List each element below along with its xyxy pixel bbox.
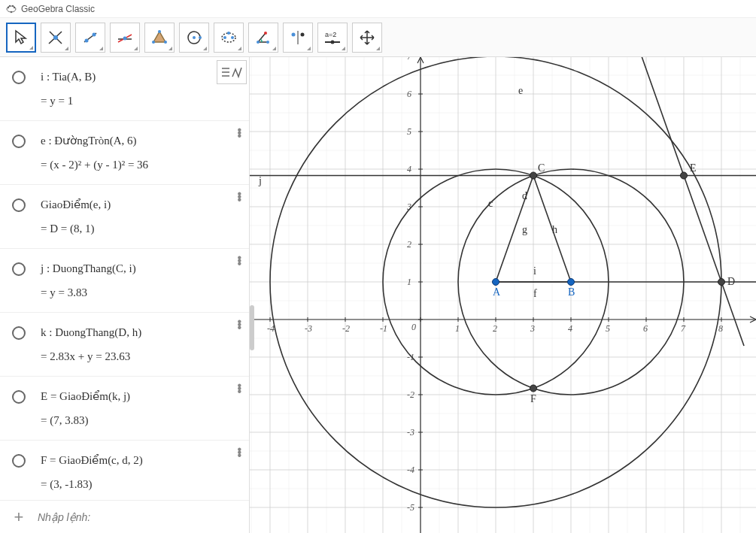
svg-point-5 (12, 5, 14, 6)
svg-point-8 (53, 35, 58, 40)
item-menu-icon[interactable]: ••• (237, 192, 241, 201)
svg-point-20 (199, 36, 202, 39)
svg-point-3 (11, 11, 12, 12)
command-input[interactable] (38, 511, 249, 523)
svg-text:-1: -1 (380, 323, 387, 334)
svg-text:4: 4 (568, 323, 572, 334)
algebra-item[interactable]: k : DuongThang(D, h)= 2.83x + y = 23.63 … (0, 313, 249, 377)
svg-text:E: E (690, 162, 697, 174)
visibility-toggle[interactable] (12, 326, 26, 340)
visibility-toggle[interactable] (12, 390, 26, 404)
svg-point-194 (681, 172, 688, 179)
svg-point-2 (14, 6, 15, 8)
svg-point-33 (331, 40, 335, 44)
visibility-toggle[interactable] (12, 71, 26, 84)
angle-tool[interactable] (248, 23, 278, 53)
algebra-list[interactable]: i : Tia(A, B)= y = 1 e : ĐườngTròn(A, 6)… (0, 57, 249, 500)
svg-text:B: B (568, 286, 575, 298)
svg-point-10 (85, 38, 89, 42)
algebra-item[interactable]: GiaoĐiểm(e, i)= D = (8, 1) ••• (0, 185, 249, 249)
svg-point-16 (164, 41, 167, 44)
svg-text:j: j (258, 175, 262, 186)
svg-text:0: 0 (411, 322, 416, 332)
svg-text:C: C (538, 162, 545, 174)
add-input-icon[interactable]: + (0, 507, 38, 527)
app-title: GeoGebra Classic (21, 4, 95, 14)
visibility-toggle[interactable] (12, 135, 26, 148)
svg-text:-5: -5 (407, 502, 414, 513)
pan-tool[interactable] (352, 23, 382, 53)
svg-text:i: i (533, 265, 536, 277)
geogebra-logo-icon (6, 4, 17, 14)
visibility-toggle[interactable] (12, 454, 26, 468)
item-menu-icon[interactable]: ••• (237, 256, 241, 265)
item-menu-icon[interactable]: ••• (237, 320, 241, 329)
visibility-toggle[interactable] (12, 198, 26, 212)
svg-point-29 (292, 32, 296, 36)
svg-text:8: 8 (718, 323, 723, 334)
scroll-indicator (250, 305, 254, 350)
svg-point-17 (152, 41, 155, 44)
svg-text:3: 3 (530, 323, 535, 334)
plot-canvas[interactable]: -4-3-2-112345678-5-4-3-2-112345670ecdfgh… (250, 57, 756, 533)
graphics-view[interactable]: -4-3-2-112345678-5-4-3-2-112345670ecdfgh… (250, 57, 756, 533)
svg-text:a=2: a=2 (325, 31, 336, 38)
svg-text:6: 6 (407, 89, 411, 99)
svg-text:1: 1 (455, 323, 460, 334)
move-tool[interactable] (6, 23, 36, 53)
algebra-item[interactable]: E = GiaoĐiểm(k, j)= (7, 3.83) ••• (0, 377, 249, 441)
ellipse-tool[interactable] (214, 23, 244, 53)
input-row: + (0, 500, 249, 533)
svg-point-14 (123, 36, 127, 40)
svg-text:5: 5 (606, 323, 610, 334)
svg-point-24 (227, 32, 230, 35)
svg-text:e: e (518, 85, 523, 96)
circle-tool[interactable] (179, 23, 209, 53)
svg-line-173 (251, 57, 744, 346)
svg-point-192 (718, 279, 725, 286)
svg-text:7: 7 (681, 323, 686, 334)
svg-text:-3: -3 (407, 427, 414, 438)
svg-point-188 (568, 279, 575, 286)
perpendicular-tool[interactable] (110, 23, 140, 53)
svg-text:1: 1 (407, 277, 411, 287)
svg-text:5: 5 (407, 126, 411, 137)
svg-text:d: d (522, 190, 527, 201)
line-tool[interactable] (75, 23, 105, 53)
svg-text:A: A (493, 286, 501, 298)
svg-text:7: 7 (407, 57, 412, 62)
svg-text:6: 6 (643, 323, 648, 334)
svg-point-19 (193, 36, 196, 39)
svg-text:k: k (650, 57, 655, 59)
svg-point-1 (8, 6, 9, 8)
algebra-item[interactable]: F = GiaoĐiểm(c, d, 2)= (3, -1.83) ••• (0, 441, 249, 500)
svg-text:4: 4 (407, 164, 411, 174)
svg-point-26 (266, 41, 269, 44)
svg-text:-3: -3 (305, 323, 312, 334)
svg-text:-2: -2 (342, 323, 350, 334)
svg-point-11 (93, 32, 96, 36)
svg-point-190 (530, 172, 537, 179)
algebra-item[interactable]: e : ĐườngTròn(A, 6)= (x - 2)² + (y - 1)²… (0, 121, 249, 185)
visibility-toggle[interactable] (12, 262, 26, 276)
svg-text:h: h (552, 224, 557, 235)
svg-text:2: 2 (407, 239, 411, 250)
svg-point-25 (257, 41, 260, 44)
reflect-tool[interactable] (283, 23, 313, 53)
algebra-item[interactable]: i : Tia(A, B)= y = 1 (0, 57, 249, 121)
polygon-tool[interactable] (144, 23, 175, 53)
point-tool[interactable] (41, 23, 71, 53)
item-menu-icon[interactable]: ••• (237, 384, 241, 393)
svg-text:D: D (727, 276, 735, 287)
slider-tool[interactable]: a=2 (317, 23, 348, 53)
algebra-item[interactable]: j : DuongThang(C, i)= y = 3.83 ••• (0, 249, 249, 313)
titlebar: GeoGebra Classic (0, 0, 756, 18)
svg-text:g: g (522, 224, 527, 235)
svg-text:f: f (533, 288, 537, 299)
svg-point-22 (223, 36, 226, 39)
svg-point-30 (301, 32, 305, 36)
svg-text:2: 2 (493, 323, 497, 334)
item-menu-icon[interactable]: ••• (237, 129, 241, 138)
style-bar-toggle[interactable] (217, 60, 247, 84)
item-menu-icon[interactable]: ••• (237, 448, 241, 457)
